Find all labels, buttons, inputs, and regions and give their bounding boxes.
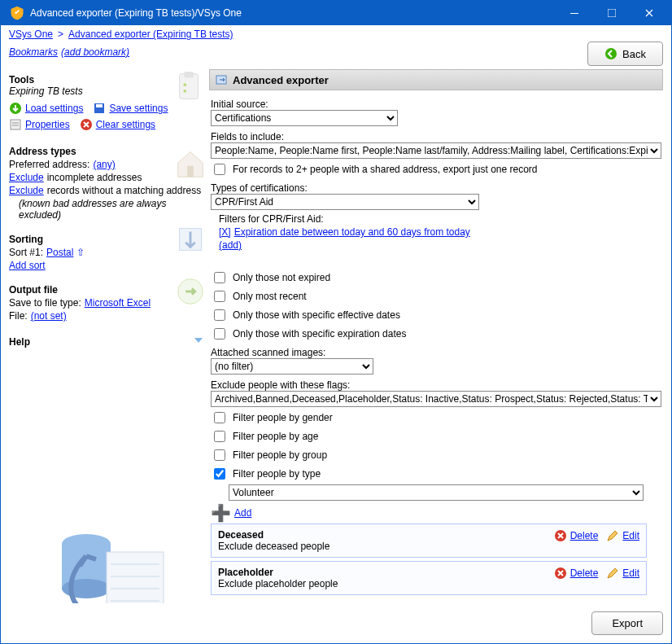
- only-exp-label: Only those with specific expiration date…: [233, 328, 406, 340]
- load-icon: [9, 102, 22, 115]
- exclude-incomplete-text: incomplete addresses: [47, 172, 142, 183]
- edit-link[interactable]: Edit: [622, 567, 639, 579]
- sort1-value[interactable]: Postal: [46, 247, 73, 258]
- rule-card: DeceasedExclude deceased peopleDeleteEdi…: [211, 524, 647, 558]
- output-file-label: File:: [9, 310, 28, 322]
- back-icon: [604, 47, 617, 60]
- only-most-recent-checkbox[interactable]: [214, 291, 225, 302]
- add-rule-link[interactable]: Add: [234, 507, 251, 519]
- svg-rect-9: [96, 104, 103, 107]
- exclude-incomplete-link[interactable]: Exclude: [9, 172, 44, 183]
- exclude-flags-select[interactable]: Archived,Banned,Deceased,Placeholder,Sta…: [211, 391, 661, 407]
- types-select[interactable]: CPR/First Aid: [211, 194, 479, 210]
- filter-gender-checkbox[interactable]: [214, 412, 225, 423]
- filter-age-label: Filter people by age: [233, 431, 318, 442]
- initial-source-label: Initial source:: [211, 99, 661, 110]
- shared-address-checkbox[interactable]: [214, 164, 225, 175]
- filter-group-checkbox[interactable]: [214, 449, 225, 461]
- only-eff-label: Only those with specific effective dates: [233, 309, 400, 321]
- tools-icon: [172, 69, 209, 107]
- shared-address-label: For records to 2+ people with a shared a…: [233, 164, 538, 175]
- fields-label: Fields to include:: [211, 131, 661, 142]
- delete-icon: [554, 529, 567, 542]
- delete-link[interactable]: Delete: [570, 567, 599, 579]
- only-not-expired-label: Only those not expired: [233, 272, 330, 283]
- initial-source-select[interactable]: Certifications: [211, 110, 398, 126]
- output-file-value[interactable]: (not set): [31, 310, 67, 322]
- save-icon: [93, 102, 106, 115]
- window-title: Advanced exporter (Expiring TB tests)/VS…: [30, 7, 556, 19]
- bookmarks-link[interactable]: Bookmarks: [9, 46, 58, 58]
- rule-title: Deceased: [218, 529, 554, 541]
- panel-header: Advanced exporter: [209, 69, 663, 90]
- exclude-nomatch-link[interactable]: Exclude: [9, 185, 44, 196]
- filters-header: Filters for CPR/First Aid:: [219, 213, 661, 225]
- pref-addr-value[interactable]: (any): [93, 159, 115, 170]
- edit-icon: [606, 529, 619, 542]
- attached-select[interactable]: (no filter): [211, 358, 373, 375]
- export-button[interactable]: Export: [591, 611, 663, 635]
- only-exp-checkbox[interactable]: [214, 328, 225, 340]
- edit-link[interactable]: Edit: [622, 530, 639, 541]
- export-label: Export: [612, 617, 643, 629]
- svg-rect-4: [184, 72, 194, 78]
- rule-title: Placeholder: [218, 567, 554, 578]
- rule-desc: Exclude placeholder people: [218, 578, 554, 589]
- add-sort-link[interactable]: Add sort: [9, 260, 46, 271]
- only-not-expired-checkbox[interactable]: [214, 272, 225, 283]
- filter-type-checkbox[interactable]: [214, 468, 225, 480]
- clear-settings-link[interactable]: Clear settings: [96, 119, 155, 130]
- save-settings-link[interactable]: Save settings: [109, 103, 168, 114]
- filter-gender-label: Filter people by gender: [233, 412, 333, 423]
- panel-title: Advanced exporter: [233, 74, 329, 86]
- minimize-button[interactable]: [556, 1, 593, 25]
- rule-desc: Exclude deceased people: [218, 541, 554, 552]
- sort1-label: Sort #1:: [9, 247, 43, 258]
- only-most-recent-label: Only most recent: [233, 291, 307, 302]
- breadcrumb-root[interactable]: VSys One: [9, 28, 53, 40]
- filter-remove-link[interactable]: [X]: [219, 226, 231, 238]
- back-button[interactable]: Back: [587, 42, 663, 66]
- exclude-nomatch-text: records without a matching address: [47, 185, 201, 196]
- rule-card: PlaceholderExclude placeholder peopleDel…: [211, 561, 647, 595]
- sort-icon: [172, 221, 209, 258]
- filter-add-link[interactable]: (add): [219, 239, 242, 251]
- type-select[interactable]: Volunteer: [229, 484, 644, 501]
- plus-icon: ➕: [211, 507, 231, 519]
- address-note: (known bad addresses are always excluded…: [19, 198, 204, 221]
- sidebar: Tools Expiring TB tests Load settings Sa…: [9, 69, 209, 603]
- properties-link[interactable]: Properties: [25, 119, 70, 130]
- back-label: Back: [622, 48, 646, 60]
- svg-rect-0: [570, 13, 578, 14]
- filter-age-checkbox[interactable]: [214, 431, 225, 442]
- app-icon: [9, 5, 25, 21]
- maximize-button[interactable]: [593, 1, 631, 25]
- bookmarks-bar: Bookmarks (add bookmark): [9, 42, 129, 58]
- svg-point-2: [605, 48, 617, 59]
- output-type-label: Save to file type:: [9, 297, 81, 309]
- close-button[interactable]: [631, 1, 668, 25]
- help-head[interactable]: Help: [9, 336, 193, 348]
- svg-point-6: [183, 90, 186, 93]
- fields-select[interactable]: People:Name, People:Name first, People:N…: [211, 142, 661, 159]
- breadcrumb-current[interactable]: Advanced exporter (Expiring TB tests): [68, 28, 233, 40]
- filter-text-link[interactable]: Expiration date between today and 60 day…: [234, 226, 470, 238]
- exporter-icon: [215, 73, 228, 86]
- delete-link[interactable]: Delete: [570, 530, 599, 541]
- delete-icon: [554, 567, 567, 580]
- exclude-flags-label: Exclude people with these flags:: [211, 379, 661, 391]
- filter-type-label: Filter people by type: [233, 468, 321, 480]
- svg-rect-10: [11, 120, 20, 129]
- svg-rect-20: [107, 552, 164, 603]
- load-settings-link[interactable]: Load settings: [25, 103, 83, 114]
- types-label: Types of certifications:: [211, 182, 661, 194]
- filter-group-label: Filter people by group: [233, 449, 327, 461]
- add-bookmark-link[interactable]: (add bookmark): [61, 46, 129, 58]
- svg-rect-14: [187, 166, 194, 177]
- output-icon: [172, 273, 209, 310]
- main-panel: Advanced exporter Initial source: Certif…: [209, 69, 663, 603]
- chevron-down-icon[interactable]: [193, 335, 204, 348]
- edit-icon: [606, 567, 619, 580]
- only-eff-checkbox[interactable]: [214, 309, 225, 321]
- output-type-value[interactable]: Microsoft Excel: [85, 297, 151, 309]
